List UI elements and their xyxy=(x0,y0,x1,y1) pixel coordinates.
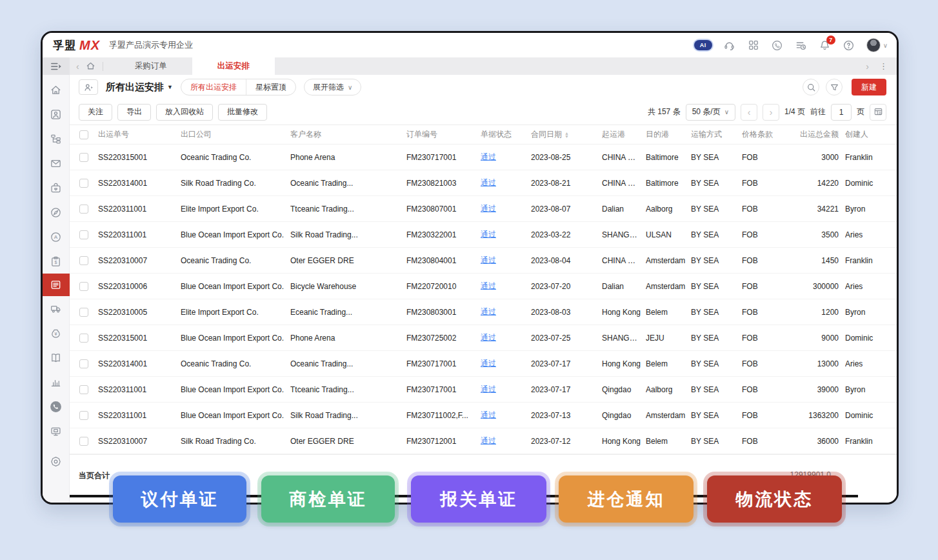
sidebar-collapse-icon[interactable] xyxy=(43,57,70,75)
sidebar-item-reports[interactable] xyxy=(43,370,70,394)
row-checkbox[interactable] xyxy=(79,256,88,265)
sidebar-item-target-a[interactable]: A xyxy=(43,225,70,249)
prev-page-button[interactable]: ‹ xyxy=(741,104,757,121)
table-row[interactable]: SS220310005Elite Import Export Co.Eceani… xyxy=(70,299,897,325)
table-row[interactable]: SS220314001Oceanic Trading Co.Oceanic Tr… xyxy=(70,351,897,377)
sidebar-item-shipping-docs[interactable] xyxy=(43,274,70,296)
home-tab-icon[interactable] xyxy=(85,60,97,73)
row-checkbox[interactable] xyxy=(79,411,88,420)
row-checkbox[interactable] xyxy=(79,205,88,214)
whatsapp-icon[interactable] xyxy=(771,39,784,52)
row-checkbox[interactable] xyxy=(79,179,88,188)
column-header[interactable]: 合同日期▲▼ xyxy=(531,129,602,140)
row-checkbox[interactable] xyxy=(79,359,88,368)
select-all-checkbox[interactable] xyxy=(79,130,88,139)
cell-pol: Hong Kong xyxy=(602,359,646,368)
flow-button-1[interactable]: 议付单证 xyxy=(113,475,246,523)
caret-down-icon: ▼ xyxy=(167,84,173,90)
status-link[interactable]: 通过 xyxy=(481,385,496,394)
sidebar-item-funds[interactable]: ¥ xyxy=(43,321,70,345)
sidebar-item-home[interactable] xyxy=(43,77,70,102)
table-row[interactable]: SS220315001Oceanic Trading Co.Phone Aren… xyxy=(70,145,897,170)
cell-no: SS220310007 xyxy=(98,256,181,265)
app-header: 孚盟 MX 孚盟产品演示专用企业 AI 7 xyxy=(43,33,897,57)
toolbar-button-2[interactable]: 导出 xyxy=(117,104,151,121)
table-row[interactable]: SS220314001Silk Road Trading Co.Oceanic … xyxy=(70,170,897,196)
sidebar-item-truck[interactable] xyxy=(43,296,70,321)
tab-2[interactable]: 出运安排 xyxy=(192,57,275,75)
create-button[interactable]: 新建 xyxy=(852,79,886,95)
cell-status: 通过 xyxy=(481,255,531,266)
row-checkbox[interactable] xyxy=(79,153,88,162)
headset-support-icon[interactable] xyxy=(723,39,736,52)
tab-scroll-right-icon[interactable]: › xyxy=(866,61,869,72)
sidebar-item-whatsapp[interactable] xyxy=(43,394,70,419)
sidebar-item-compass[interactable] xyxy=(43,200,70,225)
tab-1[interactable]: 采购订单 xyxy=(110,57,192,75)
help-icon[interactable] xyxy=(843,39,855,52)
flow-button-4[interactable]: 进仓通知 xyxy=(559,475,694,523)
status-link[interactable]: 通过 xyxy=(481,410,496,419)
goto-page-input[interactable] xyxy=(831,104,852,121)
owner-filter-icon[interactable] xyxy=(79,79,98,95)
filter-funnel-icon[interactable] xyxy=(826,79,843,95)
notifications-bell-icon[interactable]: 7 xyxy=(819,39,832,52)
status-link[interactable]: 通过 xyxy=(481,178,496,187)
table-row[interactable]: SS220311001Blue Ocean Import Export Co.S… xyxy=(70,403,897,428)
page-size-select[interactable]: 50 条/页 ∨ xyxy=(686,104,735,121)
ai-assistant-icon[interactable]: AI xyxy=(694,40,712,50)
sidebar-item-finance-clipboard[interactable]: $ xyxy=(43,249,70,274)
nav-back-icon[interactable]: ‹ xyxy=(76,61,79,72)
view-selector[interactable]: 所有出运安排 ▼ xyxy=(106,81,173,94)
search-icon[interactable] xyxy=(803,79,819,95)
table-row[interactable]: SS220315001Blue Ocean Import Export Co.P… xyxy=(70,325,897,351)
sort-icon[interactable]: ▲▼ xyxy=(564,132,569,138)
table-row[interactable]: SS220310007Oceanic Trading Co.Oter EGGER… xyxy=(70,248,897,274)
status-link[interactable]: 通过 xyxy=(481,152,496,161)
status-link[interactable]: 通过 xyxy=(481,281,496,290)
status-link[interactable]: 通过 xyxy=(481,255,496,265)
sidebar-item-ledger[interactable] xyxy=(43,345,70,370)
sidebar-item-work-bag[interactable] xyxy=(43,175,70,200)
row-checkbox[interactable] xyxy=(79,230,88,239)
row-checkbox[interactable] xyxy=(79,334,88,343)
row-checkbox[interactable] xyxy=(79,385,88,394)
flow-button-5[interactable]: 物流状态 xyxy=(707,475,842,523)
next-page-button[interactable]: › xyxy=(763,104,779,121)
tab-menu-icon[interactable]: ⋮ xyxy=(879,61,888,71)
row-checkbox[interactable] xyxy=(79,282,88,291)
expand-filter-button[interactable]: 展开筛选 ∨ xyxy=(304,79,361,95)
status-link[interactable]: 通过 xyxy=(481,359,496,368)
table-row[interactable]: SS220310006Blue Ocean Import Export Co.B… xyxy=(70,274,897,299)
user-avatar[interactable]: ∨ xyxy=(866,38,888,52)
sidebar-item-org-structure[interactable] xyxy=(43,126,70,151)
sidebar-item-contacts[interactable] xyxy=(43,102,70,126)
sidebar-item-devices[interactable] xyxy=(43,419,70,443)
status-link[interactable]: 通过 xyxy=(481,307,496,316)
status-link[interactable]: 通过 xyxy=(481,230,496,239)
table-row[interactable]: SS220311001Blue Ocean Import Export Co.T… xyxy=(70,377,897,403)
apps-grid-icon[interactable] xyxy=(747,39,760,52)
toolbar-button-3[interactable]: 放入回收站 xyxy=(156,104,213,121)
segment-1[interactable]: 所有出运安排 xyxy=(181,79,246,95)
task-history-icon[interactable] xyxy=(795,39,808,52)
cell-amount: 300000 xyxy=(791,282,845,291)
status-link[interactable]: 通过 xyxy=(481,333,496,342)
flow-button-3[interactable]: 报关单证 xyxy=(411,475,546,523)
status-link[interactable]: 通过 xyxy=(481,204,496,213)
table-row[interactable]: SS220311001Elite Import Export Co.Ttcean… xyxy=(70,196,897,222)
column-settings-icon[interactable] xyxy=(870,104,886,121)
cell-pol: CHINA MA... xyxy=(602,179,646,188)
segment-2[interactable]: 星标置顶 xyxy=(246,79,295,95)
sidebar-item-mail[interactable] xyxy=(43,151,70,175)
toolbar-button-4[interactable]: 批量修改 xyxy=(218,104,267,121)
row-checkbox[interactable] xyxy=(79,308,88,317)
table-row[interactable]: SS220311001Blue Ocean Import Export Co.S… xyxy=(70,222,897,248)
sidebar-item-settings[interactable] xyxy=(43,449,70,474)
row-checkbox[interactable] xyxy=(79,437,88,446)
cell-date: 2023-08-04 xyxy=(531,256,602,265)
toolbar-button-1[interactable]: 关注 xyxy=(79,104,112,121)
status-link[interactable]: 通过 xyxy=(481,436,496,445)
table-row[interactable]: SS220310007Silk Road Trading Co.Oter EGG… xyxy=(70,428,897,454)
flow-button-2[interactable]: 商检单证 xyxy=(261,475,395,523)
